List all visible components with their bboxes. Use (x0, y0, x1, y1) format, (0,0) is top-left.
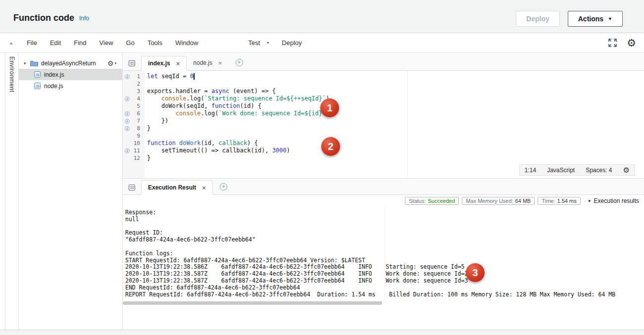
result-badge: Time: 1.54 ms (538, 197, 580, 205)
file-name: index.js (44, 71, 64, 78)
editor-menubar: ▲ FileEditFindViewGoToolsWindow Test ▾ D… (0, 33, 644, 53)
menu-item-window[interactable]: Window (169, 39, 204, 47)
gutter-line: i8 (123, 125, 145, 132)
collapse-menubar-icon[interactable]: ▲ (9, 41, 13, 46)
info-link[interactable]: Info (79, 15, 89, 22)
line-number: 8 (137, 125, 140, 132)
info-annotation-icon[interactable]: i (125, 96, 130, 101)
environment-tab[interactable]: Environment (8, 56, 15, 93)
folder-expand-caret-icon[interactable]: ▾ (24, 61, 30, 66)
folder-name: delayedAsyncReturn (41, 60, 96, 67)
line-number: 2 (137, 81, 140, 87)
code-lines: let seqId = 0 exports.handler = async (e… (145, 73, 644, 162)
menu-item-find[interactable]: Find (67, 39, 93, 47)
test-menu-button[interactable]: Test ▾ (248, 39, 269, 47)
editor-column: index.js×node.js× + i123i45i6i7i8910i111… (123, 53, 644, 330)
deploy-menu-item[interactable]: Deploy (282, 39, 301, 47)
code-line[interactable]: console.log(`Work done: sequence Id=${id… (145, 110, 644, 117)
add-tab-icon[interactable]: + (220, 183, 227, 191)
gutter-line: 9 (123, 132, 145, 140)
menu-item-tools[interactable]: Tools (141, 39, 169, 47)
tree-file-node.js[interactable]: JSnode.js (19, 80, 122, 92)
print-margin (407, 71, 408, 178)
actions-button[interactable]: Actions ▼ (568, 11, 623, 27)
execution-result-tab[interactable]: Execution Result × (141, 180, 213, 195)
tab-list-icon[interactable] (129, 60, 135, 66)
execution-summary-row: Status: SucceededMax Memory Used: 64 MBT… (123, 195, 644, 207)
menu-item-edit[interactable]: Edit (44, 39, 67, 47)
tab-list-icon[interactable] (129, 185, 135, 191)
deploy-button[interactable]: Deploy (516, 11, 560, 27)
folder-icon (30, 60, 38, 66)
info-annotation-icon[interactable]: i (125, 74, 130, 79)
horizontal-scrollbar[interactable] (123, 301, 382, 305)
info-annotation-icon[interactable]: i (125, 148, 130, 153)
cursor-position[interactable]: 1:14 (525, 167, 536, 174)
tree-file-index.js[interactable]: JSindex.js (19, 69, 122, 80)
js-file-icon: JS (34, 83, 41, 89)
gutter-line: 12 (123, 154, 145, 162)
menu-item-view[interactable]: View (93, 39, 120, 47)
close-tab-icon[interactable]: × (202, 184, 206, 191)
code-line[interactable]: exports.handler = async (event) => { (145, 88, 644, 95)
line-number: 12 (134, 155, 140, 161)
svg-text:JS: JS (35, 73, 40, 77)
lambda-function-code-page: Function code Info Deploy Actions ▼ ▲ Fi… (0, 0, 644, 335)
fullscreen-icon[interactable] (608, 39, 617, 47)
code-line[interactable]: let seqId = 0 (145, 73, 644, 80)
content-row: Environment ▾ delayedAsyncReturn ⚙ ▾ JSi… (0, 53, 644, 330)
code-line[interactable]: function doWork(id, callback) { (145, 140, 644, 147)
editor-panel: ▲ FileEditFindViewGoToolsWindow Test ▾ D… (0, 33, 644, 330)
annotation-circle-1: 1 (320, 98, 339, 117)
code-pane[interactable]: let seqId = 0 exports.handler = async (e… (145, 71, 644, 178)
caret-down-icon: ▼ (588, 199, 592, 203)
annotation-circle-3: 3 (466, 263, 485, 282)
gutter-line: 5 (123, 102, 145, 110)
editor-tab-bar: index.js×node.js× + (123, 53, 644, 71)
editor-settings-gear-icon[interactable]: ⚙ (623, 166, 630, 174)
page-title: Function code (13, 13, 74, 23)
code-line[interactable]: doWork(seqId, function(id) { (145, 102, 644, 110)
code-line[interactable] (145, 132, 644, 140)
language-mode[interactable]: JavaScript (547, 167, 575, 174)
file-tree: ▾ delayedAsyncReturn ⚙ ▾ JSindex.jsJSnod… (19, 53, 123, 330)
editor-tab-node.js[interactable]: node.js× (187, 55, 228, 70)
menu-item-file[interactable]: File (20, 39, 44, 47)
tab-label: node.js (193, 59, 212, 66)
info-annotation-icon[interactable]: i (125, 111, 130, 116)
info-annotation-icon[interactable]: i (125, 126, 130, 131)
editor-status-bar: 1:14 JavaScript Spaces: 4 ⚙ (519, 164, 635, 176)
code-line[interactable]: }) (145, 117, 644, 125)
tree-settings-gear-icon[interactable]: ⚙ ▾ (107, 60, 116, 67)
editor-gutter: i123i45i6i7i8910i1112 (123, 71, 145, 178)
code-line[interactable]: console.log(`Starting: sequence Id=${++s… (145, 95, 644, 102)
gutter-line: 10 (123, 140, 145, 147)
file-name: node.js (44, 83, 63, 90)
tree-folder[interactable]: ▾ delayedAsyncReturn ⚙ ▾ (19, 57, 122, 69)
code-line[interactable]: } (145, 125, 644, 132)
line-number: 6 (137, 110, 140, 117)
menu-item-go[interactable]: Go (120, 39, 141, 47)
settings-gear-icon[interactable]: ⚙ (627, 38, 636, 48)
gutter-line: i7 (123, 117, 145, 125)
editor-tab-index.js[interactable]: index.js× (141, 56, 187, 71)
badges: Status: SucceededMax Memory Used: 64 MBT… (405, 197, 581, 205)
code-line[interactable]: setTimeout(() => callback(id), 3000) (145, 147, 644, 154)
line-number: 4 (137, 96, 140, 102)
execution-results-toggle[interactable]: ▼ Execution results (588, 197, 639, 204)
caret-down-icon: ▼ (608, 16, 612, 21)
info-annotation-icon[interactable]: i (125, 119, 130, 124)
gutter-line: i1 (123, 73, 145, 80)
close-tab-icon[interactable]: × (176, 60, 180, 67)
environment-strip: Environment (5, 53, 19, 330)
line-number: 3 (137, 88, 140, 95)
gutter-line: i6 (123, 110, 145, 117)
add-tab-icon[interactable]: + (236, 59, 243, 66)
editor-tabs: index.js×node.js× (141, 55, 229, 70)
code-line[interactable] (145, 80, 644, 88)
line-number: 11 (134, 147, 140, 154)
gutter-line: i11 (123, 147, 145, 154)
code-line[interactable]: } (145, 154, 644, 162)
indentation-setting[interactable]: Spaces: 4 (586, 167, 612, 174)
close-tab-icon[interactable]: × (218, 59, 222, 67)
